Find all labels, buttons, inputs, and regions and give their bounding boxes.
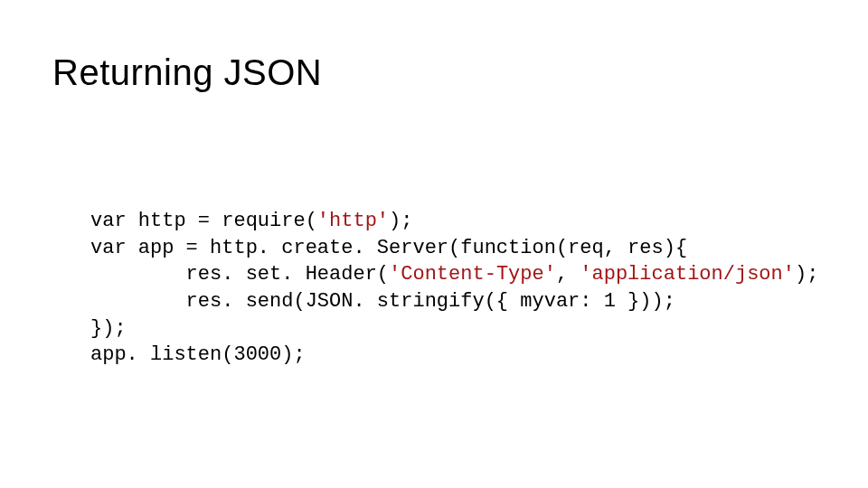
code-string: 'application/json' — [580, 263, 795, 286]
code-line-2: var app = http. create. Server(function(… — [90, 237, 687, 259]
code-line-6: app. listen(3000); — [90, 343, 306, 366]
code-line-5: }); — [90, 317, 127, 340]
code-string: 'http' — [317, 210, 389, 232]
code-line-4: res. send(JSON. stringify({ myvar: 1 }))… — [90, 290, 675, 313]
code-line-1: var http = require('http'); — [90, 210, 412, 232]
slide-title: Returning JSON — [52, 52, 322, 93]
code-text: , — [556, 263, 580, 286]
code-text: ); — [389, 210, 412, 232]
code-text: var http = require( — [90, 210, 317, 232]
code-block: var http = require('http'); var app = ht… — [90, 208, 814, 369]
code-text: res. set. Header( — [90, 263, 389, 286]
slide: Returning JSON var http = require('http'… — [0, 0, 868, 488]
code-line-3: res. set. Header('Content-Type', 'applic… — [90, 263, 818, 286]
code-text: ); — [795, 263, 818, 286]
code-string: 'Content-Type' — [389, 263, 556, 286]
